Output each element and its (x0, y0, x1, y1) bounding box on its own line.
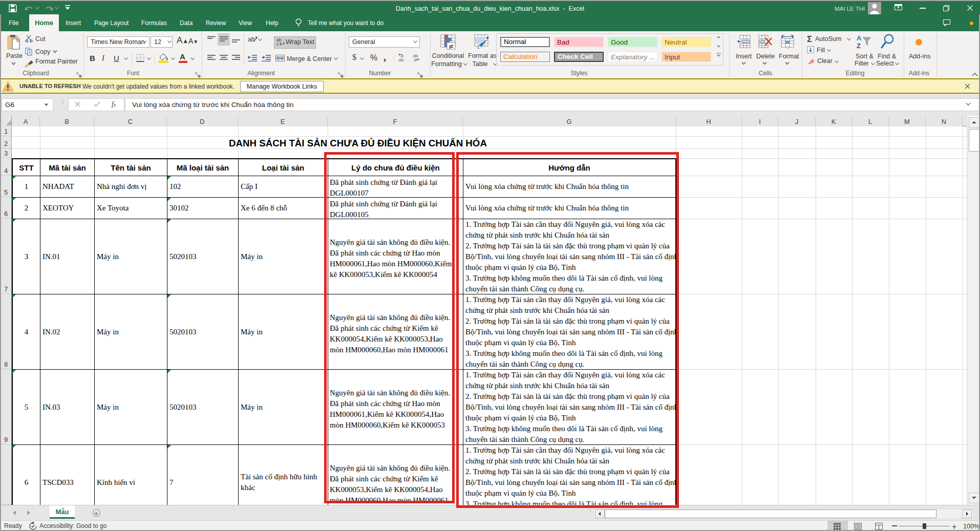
svg-text:.00: .00 (398, 58, 404, 62)
svg-text:.0: .0 (413, 58, 417, 62)
svg-text:A: A (857, 34, 862, 42)
svg-text:Z: Z (857, 42, 861, 50)
svg-text:ab: ab (248, 36, 255, 43)
